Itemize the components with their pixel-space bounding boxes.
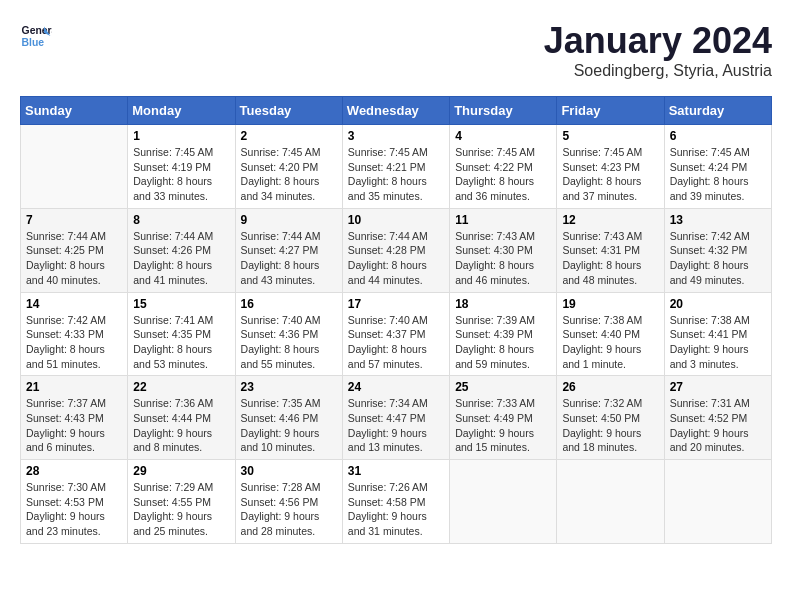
calendar-day-cell: 6 Sunrise: 7:45 AM Sunset: 4:24 PM Dayli… <box>664 125 771 209</box>
day-number: 24 <box>348 380 444 394</box>
daylight-text: Daylight: 8 hours and 53 minutes. <box>133 342 229 371</box>
page-header: General Blue January 2024 Soedingberg, S… <box>20 20 772 80</box>
day-info: Sunrise: 7:42 AM Sunset: 4:32 PM Dayligh… <box>670 229 766 288</box>
sunset-text: Sunset: 4:56 PM <box>241 495 337 510</box>
sunset-text: Sunset: 4:32 PM <box>670 243 766 258</box>
day-info: Sunrise: 7:44 AM Sunset: 4:28 PM Dayligh… <box>348 229 444 288</box>
sunset-text: Sunset: 4:58 PM <box>348 495 444 510</box>
sunset-text: Sunset: 4:27 PM <box>241 243 337 258</box>
calendar-day-cell: 28 Sunrise: 7:30 AM Sunset: 4:53 PM Dayl… <box>21 460 128 544</box>
daylight-text: Daylight: 9 hours and 28 minutes. <box>241 509 337 538</box>
daylight-text: Daylight: 9 hours and 10 minutes. <box>241 426 337 455</box>
calendar-week-row: 1 Sunrise: 7:45 AM Sunset: 4:19 PM Dayli… <box>21 125 772 209</box>
day-number: 8 <box>133 213 229 227</box>
day-number: 16 <box>241 297 337 311</box>
logo: General Blue <box>20 20 52 52</box>
sunrise-text: Sunrise: 7:39 AM <box>455 313 551 328</box>
calendar-day-cell: 24 Sunrise: 7:34 AM Sunset: 4:47 PM Dayl… <box>342 376 449 460</box>
sunset-text: Sunset: 4:52 PM <box>670 411 766 426</box>
calendar-day-cell <box>557 460 664 544</box>
daylight-text: Daylight: 9 hours and 1 minute. <box>562 342 658 371</box>
sunset-text: Sunset: 4:50 PM <box>562 411 658 426</box>
daylight-text: Daylight: 9 hours and 6 minutes. <box>26 426 122 455</box>
calendar-day-cell: 23 Sunrise: 7:35 AM Sunset: 4:46 PM Dayl… <box>235 376 342 460</box>
day-info: Sunrise: 7:31 AM Sunset: 4:52 PM Dayligh… <box>670 396 766 455</box>
daylight-text: Daylight: 8 hours and 57 minutes. <box>348 342 444 371</box>
day-number: 18 <box>455 297 551 311</box>
daylight-text: Daylight: 8 hours and 48 minutes. <box>562 258 658 287</box>
sunrise-text: Sunrise: 7:36 AM <box>133 396 229 411</box>
day-number: 21 <box>26 380 122 394</box>
calendar-week-row: 14 Sunrise: 7:42 AM Sunset: 4:33 PM Dayl… <box>21 292 772 376</box>
day-info: Sunrise: 7:42 AM Sunset: 4:33 PM Dayligh… <box>26 313 122 372</box>
calendar-day-cell: 9 Sunrise: 7:44 AM Sunset: 4:27 PM Dayli… <box>235 208 342 292</box>
day-number: 1 <box>133 129 229 143</box>
calendar-day-cell <box>664 460 771 544</box>
day-number: 14 <box>26 297 122 311</box>
daylight-text: Daylight: 8 hours and 43 minutes. <box>241 258 337 287</box>
day-info: Sunrise: 7:45 AM Sunset: 4:23 PM Dayligh… <box>562 145 658 204</box>
daylight-text: Daylight: 8 hours and 33 minutes. <box>133 174 229 203</box>
calendar-day-cell: 1 Sunrise: 7:45 AM Sunset: 4:19 PM Dayli… <box>128 125 235 209</box>
day-info: Sunrise: 7:44 AM Sunset: 4:26 PM Dayligh… <box>133 229 229 288</box>
day-info: Sunrise: 7:44 AM Sunset: 4:27 PM Dayligh… <box>241 229 337 288</box>
calendar-day-cell: 14 Sunrise: 7:42 AM Sunset: 4:33 PM Dayl… <box>21 292 128 376</box>
day-number: 27 <box>670 380 766 394</box>
calendar-day-cell: 22 Sunrise: 7:36 AM Sunset: 4:44 PM Dayl… <box>128 376 235 460</box>
sunset-text: Sunset: 4:20 PM <box>241 160 337 175</box>
calendar-day-cell: 2 Sunrise: 7:45 AM Sunset: 4:20 PM Dayli… <box>235 125 342 209</box>
sunrise-text: Sunrise: 7:28 AM <box>241 480 337 495</box>
calendar-day-cell: 18 Sunrise: 7:39 AM Sunset: 4:39 PM Dayl… <box>450 292 557 376</box>
sunset-text: Sunset: 4:26 PM <box>133 243 229 258</box>
daylight-text: Daylight: 9 hours and 13 minutes. <box>348 426 444 455</box>
calendar-day-cell <box>21 125 128 209</box>
weekday-header: Monday <box>128 97 235 125</box>
daylight-text: Daylight: 8 hours and 55 minutes. <box>241 342 337 371</box>
sunrise-text: Sunrise: 7:30 AM <box>26 480 122 495</box>
day-info: Sunrise: 7:45 AM Sunset: 4:21 PM Dayligh… <box>348 145 444 204</box>
day-info: Sunrise: 7:41 AM Sunset: 4:35 PM Dayligh… <box>133 313 229 372</box>
sunset-text: Sunset: 4:39 PM <box>455 327 551 342</box>
sunrise-text: Sunrise: 7:35 AM <box>241 396 337 411</box>
day-number: 10 <box>348 213 444 227</box>
day-number: 7 <box>26 213 122 227</box>
sunrise-text: Sunrise: 7:44 AM <box>26 229 122 244</box>
daylight-text: Daylight: 8 hours and 44 minutes. <box>348 258 444 287</box>
calendar-day-cell: 15 Sunrise: 7:41 AM Sunset: 4:35 PM Dayl… <box>128 292 235 376</box>
sunrise-text: Sunrise: 7:45 AM <box>562 145 658 160</box>
calendar-day-cell: 27 Sunrise: 7:31 AM Sunset: 4:52 PM Dayl… <box>664 376 771 460</box>
sunset-text: Sunset: 4:31 PM <box>562 243 658 258</box>
sunrise-text: Sunrise: 7:29 AM <box>133 480 229 495</box>
sunset-text: Sunset: 4:35 PM <box>133 327 229 342</box>
calendar-week-row: 28 Sunrise: 7:30 AM Sunset: 4:53 PM Dayl… <box>21 460 772 544</box>
day-info: Sunrise: 7:45 AM Sunset: 4:19 PM Dayligh… <box>133 145 229 204</box>
daylight-text: Daylight: 9 hours and 31 minutes. <box>348 509 444 538</box>
day-info: Sunrise: 7:36 AM Sunset: 4:44 PM Dayligh… <box>133 396 229 455</box>
day-number: 6 <box>670 129 766 143</box>
sunrise-text: Sunrise: 7:33 AM <box>455 396 551 411</box>
calendar-day-cell: 30 Sunrise: 7:28 AM Sunset: 4:56 PM Dayl… <box>235 460 342 544</box>
daylight-text: Daylight: 9 hours and 3 minutes. <box>670 342 766 371</box>
day-number: 13 <box>670 213 766 227</box>
sunset-text: Sunset: 4:44 PM <box>133 411 229 426</box>
sunrise-text: Sunrise: 7:45 AM <box>348 145 444 160</box>
sunset-text: Sunset: 4:40 PM <box>562 327 658 342</box>
day-number: 2 <box>241 129 337 143</box>
day-number: 11 <box>455 213 551 227</box>
sunrise-text: Sunrise: 7:44 AM <box>348 229 444 244</box>
calendar-day-cell: 29 Sunrise: 7:29 AM Sunset: 4:55 PM Dayl… <box>128 460 235 544</box>
sunrise-text: Sunrise: 7:40 AM <box>348 313 444 328</box>
sunset-text: Sunset: 4:28 PM <box>348 243 444 258</box>
daylight-text: Daylight: 8 hours and 37 minutes. <box>562 174 658 203</box>
day-info: Sunrise: 7:29 AM Sunset: 4:55 PM Dayligh… <box>133 480 229 539</box>
day-info: Sunrise: 7:40 AM Sunset: 4:36 PM Dayligh… <box>241 313 337 372</box>
sunrise-text: Sunrise: 7:42 AM <box>670 229 766 244</box>
sunset-text: Sunset: 4:46 PM <box>241 411 337 426</box>
day-info: Sunrise: 7:32 AM Sunset: 4:50 PM Dayligh… <box>562 396 658 455</box>
calendar-day-cell: 21 Sunrise: 7:37 AM Sunset: 4:43 PM Dayl… <box>21 376 128 460</box>
daylight-text: Daylight: 8 hours and 59 minutes. <box>455 342 551 371</box>
daylight-text: Daylight: 8 hours and 36 minutes. <box>455 174 551 203</box>
day-number: 9 <box>241 213 337 227</box>
daylight-text: Daylight: 9 hours and 18 minutes. <box>562 426 658 455</box>
day-number: 3 <box>348 129 444 143</box>
